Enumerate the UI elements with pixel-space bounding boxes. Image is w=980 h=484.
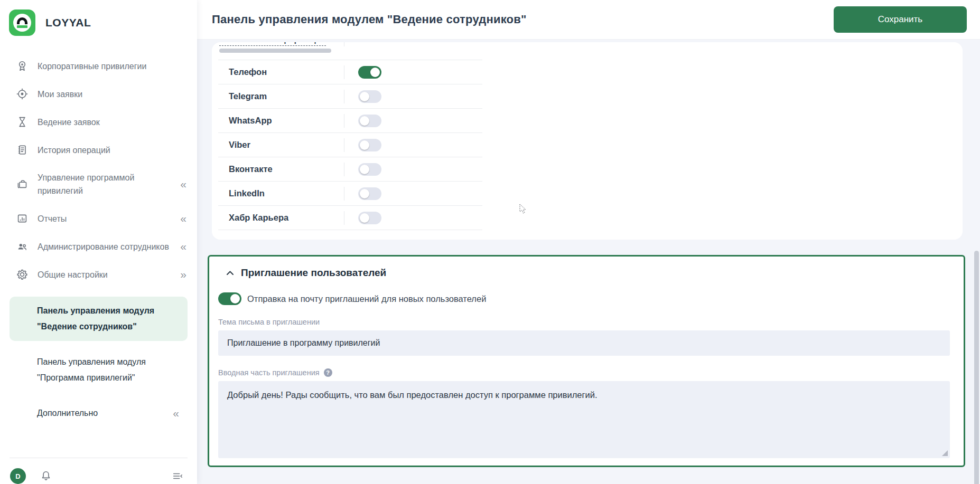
loyyal-logo-icon: [9, 10, 35, 36]
target-icon: [15, 87, 29, 101]
sidebar-item-4[interactable]: Управление программой привилегий«: [0, 168, 197, 201]
subject-input[interactable]: Приглашение в программу привилегий: [218, 330, 950, 356]
clipped-row-label: Контактная информация: [219, 42, 326, 46]
invitation-section-title: Приглашение пользователей: [241, 267, 386, 279]
sidebar-item-3[interactable]: История операций: [0, 140, 197, 160]
sidebar-subitem-1[interactable]: Панель управления модуля "Программа прив…: [10, 348, 188, 392]
toggle-row-3: Viber: [218, 133, 482, 157]
toggle-switch-4[interactable]: [358, 163, 381, 176]
invitation-section: Приглашение пользователей Отправка на по…: [208, 255, 965, 467]
bell-icon[interactable]: [40, 470, 52, 482]
chevron-icon[interactable]: «: [173, 408, 179, 419]
subject-field-label: Тема письма в приглашении: [218, 318, 950, 326]
sidebar-item-5[interactable]: Отчеты«: [0, 208, 197, 229]
invitation-section-header[interactable]: Приглашение пользователей: [218, 267, 950, 279]
toggle-row-clipped: Контактная информация: [218, 42, 482, 60]
avatar[interactable]: D: [10, 468, 26, 484]
sidebar-submenu: Панель управления модуля "Ведение сотруд…: [0, 297, 197, 434]
toggle-switch-6[interactable]: [358, 212, 381, 224]
sidebar-subitem-0-active[interactable]: Панель управления модуля "Ведение сотруд…: [10, 297, 188, 341]
main-area: Панель управления модулем "Ведение сотру…: [197, 0, 980, 484]
logo[interactable]: LOYYAL: [0, 0, 197, 41]
sidebar: LOYYAL Корпоративные привилегииМои заявк…: [0, 0, 197, 484]
toggle-row-0: Телефон: [218, 60, 482, 84]
clipped-row-bar: [219, 49, 331, 53]
toggle-row-5: LinkedIn: [218, 182, 482, 206]
sidebar-item-7[interactable]: Общие настройки»: [0, 264, 197, 284]
hourglass-icon: [15, 115, 29, 129]
save-button[interactable]: Сохранить: [834, 6, 967, 33]
toggle-switch-3[interactable]: [358, 139, 381, 151]
invitation-toggle-label: Отправка на почту приглашений для новых …: [247, 294, 486, 304]
toggle-row-2: WhatsApp: [218, 109, 482, 133]
chevron-icon[interactable]: «: [180, 213, 186, 224]
chevron-up-icon[interactable]: [226, 270, 234, 276]
sidebar-item-2[interactable]: Ведение заявок: [0, 112, 197, 132]
resize-handle[interactable]: [942, 450, 948, 456]
sidebar-subitem-2[interactable]: Дополнительно«: [10, 399, 188, 428]
collapse-sidebar-icon[interactable]: [172, 470, 183, 482]
people-icon: [15, 240, 29, 253]
sidebar-item-1[interactable]: Мои заявки: [0, 84, 197, 104]
briefcase-icon: [15, 177, 29, 191]
contact-channels-card: Контактная информацияТелефонTelegramWhat…: [212, 42, 963, 240]
help-icon[interactable]: ?: [324, 368, 332, 377]
invitation-email-toggle[interactable]: [218, 292, 241, 305]
report-icon: [15, 212, 29, 225]
toggle-switch-2[interactable]: [358, 115, 381, 127]
chevron-icon[interactable]: »: [180, 269, 186, 280]
sidebar-item-0[interactable]: Корпоративные привилегии: [0, 56, 197, 76]
chevron-icon[interactable]: «: [180, 179, 186, 189]
body-textarea[interactable]: Добрый день! Рады сообщить, что вам был …: [218, 381, 950, 458]
body-field-label: Вводная часть приглашения ?: [218, 368, 950, 377]
sidebar-menu: Корпоративные привилегииМои заявкиВедени…: [0, 56, 197, 292]
toggle-row-4: Вконтакте: [218, 157, 482, 182]
vertical-scrollbar[interactable]: [974, 251, 979, 484]
receipt-icon: [15, 143, 29, 157]
toggle-row-1: Telegram: [218, 84, 482, 109]
brand-name: LOYYAL: [45, 16, 91, 29]
toggle-switch-0[interactable]: [358, 66, 381, 79]
chevron-icon[interactable]: «: [180, 241, 186, 252]
content-scroll-area: Контактная информацияТелефонTelegramWhat…: [197, 40, 980, 467]
sidebar-footer: D: [0, 458, 197, 484]
toggle-switch-5[interactable]: [358, 187, 381, 200]
toggle-switch-1[interactable]: [358, 90, 381, 103]
page-title: Панель управления модулем "Ведение сотру…: [212, 13, 527, 26]
gear-icon: [15, 268, 29, 281]
toggle-row-6: Хабр Карьера: [218, 206, 482, 230]
award-icon: [15, 59, 29, 73]
sidebar-item-6[interactable]: Администрирование сотрудников«: [0, 236, 197, 257]
topbar: Панель управления модулем "Ведение сотру…: [197, 0, 980, 40]
app-root: LOYYAL Корпоративные привилегииМои заявк…: [0, 0, 980, 484]
